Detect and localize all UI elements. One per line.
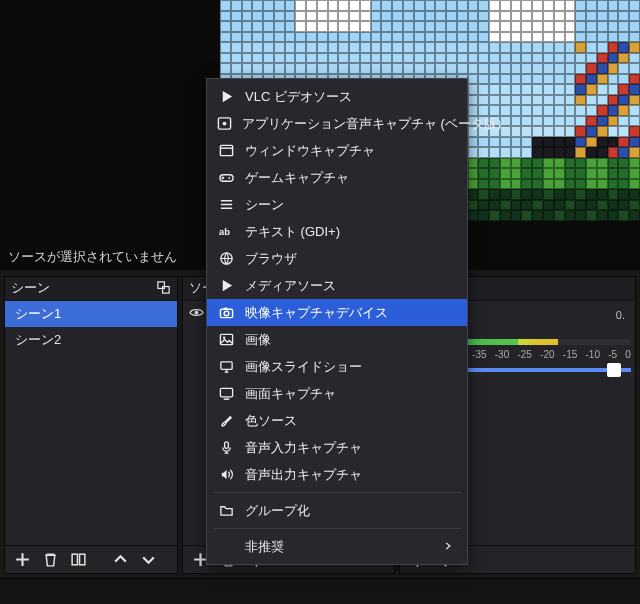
context-menu-item[interactable]: メディアソース: [207, 272, 467, 299]
context-menu-item[interactable]: 画像スライドショー: [207, 353, 467, 380]
context-menu-item-label: テキスト (GDI+): [245, 223, 453, 241]
brush-icon: [217, 413, 235, 428]
scene-filters-button[interactable]: [67, 549, 89, 571]
context-menu-item-label: グループ化: [245, 502, 453, 520]
add-scene-button[interactable]: [11, 549, 33, 571]
add-source-context-menu[interactable]: VLC ビデオソースアプリケーション音声キャプチャ (ベータ版)ウィンドウキャプ…: [206, 78, 468, 565]
context-menu-item[interactable]: テキスト (GDI+): [207, 218, 467, 245]
context-menu-item-label: シーン: [245, 196, 453, 214]
context-menu-item-label: 画像: [245, 331, 453, 349]
context-menu-item[interactable]: ゲームキャプチャ: [207, 164, 467, 191]
monitor-icon: [217, 386, 235, 401]
context-menu-item-label: ウィンドウキャプチャ: [245, 142, 453, 160]
volume-slider-knob[interactable]: [607, 363, 621, 377]
context-menu-item[interactable]: 画像: [207, 326, 467, 353]
context-menu-item-label: 音声出力キャプチャ: [245, 466, 453, 484]
scene-list-item[interactable]: シーン1: [5, 301, 177, 327]
play-icon: [217, 89, 235, 104]
context-menu-item[interactable]: 色ソース: [207, 407, 467, 434]
context-menu-item[interactable]: アプリケーション音声キャプチャ (ベータ版): [207, 110, 467, 137]
context-menu-item-label: ブラウザ: [245, 250, 453, 268]
camera-icon: [217, 305, 235, 320]
context-menu-item[interactable]: ブラウザ: [207, 245, 467, 272]
text-ab-icon: [217, 224, 235, 239]
folder-icon: [217, 503, 235, 518]
remove-scene-button[interactable]: [39, 549, 61, 571]
no-source-selected-label: ソースが選択されていません: [8, 248, 177, 266]
context-menu-item[interactable]: グループ化: [207, 497, 467, 524]
context-menu-item[interactable]: 非推奨: [207, 533, 467, 560]
mic-icon: [217, 440, 235, 455]
undock-icon[interactable]: [156, 280, 171, 298]
context-menu-item-label: VLC ビデオソース: [245, 88, 453, 106]
context-menu-item-label: 音声入力キャプチャ: [245, 439, 453, 457]
speaker-icon: [217, 467, 235, 482]
context-menu-item-label: 画像スライドショー: [245, 358, 453, 376]
context-menu-item-label: アプリケーション音声キャプチャ (ベータ版): [242, 115, 501, 133]
scenes-list[interactable]: シーン1シーン2: [5, 301, 177, 545]
gamepad-icon: [217, 170, 235, 185]
context-menu-item-label: 非推奨: [245, 538, 433, 556]
context-menu-item-label: 映像キャプチャデバイス: [245, 304, 453, 322]
context-menu-item[interactable]: 画面キャプチャ: [207, 380, 467, 407]
context-menu-item-label: 画面キャプチャ: [245, 385, 453, 403]
visibility-toggle-icon[interactable]: [189, 305, 204, 323]
app-audio-icon: [217, 116, 232, 131]
context-menu-item[interactable]: VLC ビデオソース: [207, 83, 467, 110]
globe-icon: [217, 251, 235, 266]
scene-move-up-button[interactable]: [109, 549, 131, 571]
scene-icon: [217, 197, 235, 212]
context-menu-item[interactable]: 音声入力キャプチャ: [207, 434, 467, 461]
context-menu-item-label: ゲームキャプチャ: [245, 169, 453, 187]
scene-list-item[interactable]: シーン2: [5, 327, 177, 353]
slideshow-icon: [217, 359, 235, 374]
chevron-right-icon: [443, 539, 453, 554]
window-icon: [217, 143, 235, 158]
scenes-panel-title: シーン: [11, 280, 156, 297]
context-menu-item-label: 色ソース: [245, 412, 453, 430]
context-menu-item[interactable]: 映像キャプチャデバイス: [207, 299, 467, 326]
context-menu-item-label: メディアソース: [245, 277, 453, 295]
scenes-panel: シーン シーン1シーン2: [4, 276, 178, 574]
play-icon: [217, 278, 235, 293]
image-icon: [217, 332, 235, 347]
scene-move-down-button[interactable]: [137, 549, 159, 571]
status-bar: [0, 578, 640, 604]
context-menu-item[interactable]: 音声出力キャプチャ: [207, 461, 467, 488]
context-menu-item[interactable]: シーン: [207, 191, 467, 218]
context-menu-item[interactable]: ウィンドウキャプチャ: [207, 137, 467, 164]
